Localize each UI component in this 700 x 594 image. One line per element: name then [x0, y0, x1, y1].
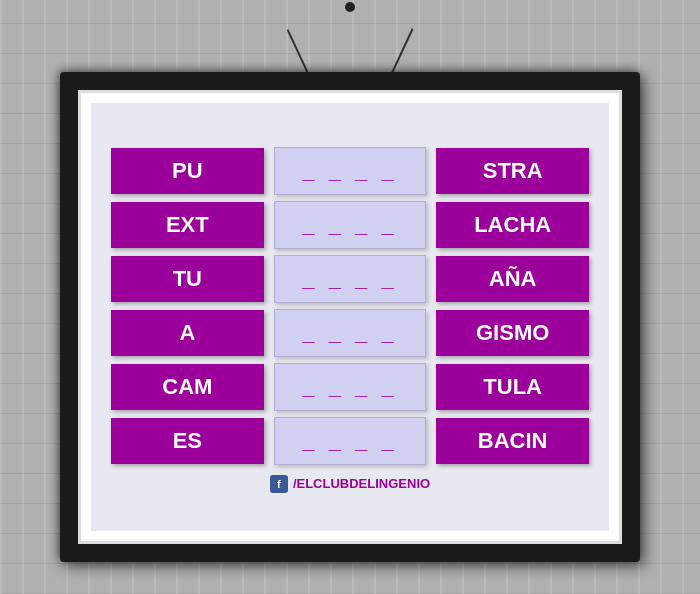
cell-blank-3[interactable]: _ _ _ _ [274, 255, 427, 303]
wire-container [250, 0, 450, 60]
cell-right-3: AÑA [436, 256, 589, 302]
puzzle-row-6: ES_ _ _ _BACIN [111, 417, 589, 465]
footer: f /ELCLUBDELINGENIO [270, 475, 430, 493]
facebook-icon: f [270, 475, 288, 493]
cell-left-5: CAM [111, 364, 264, 410]
puzzle-row-1: PU_ _ _ _STRA [111, 147, 589, 195]
cell-left-2: EXT [111, 202, 264, 248]
puzzle-row-4: A_ _ _ _GISMO [111, 309, 589, 357]
cell-left-3: TU [111, 256, 264, 302]
puzzle-row-2: EXT_ _ _ _LACHA [111, 201, 589, 249]
cell-right-6: BACIN [436, 418, 589, 464]
cell-right-4: GISMO [436, 310, 589, 356]
nail [345, 2, 355, 12]
cell-left-4: A [111, 310, 264, 356]
cell-blank-1[interactable]: _ _ _ _ [274, 147, 427, 195]
cell-blank-6[interactable]: _ _ _ _ [274, 417, 427, 465]
puzzle-row-3: TU_ _ _ _AÑA [111, 255, 589, 303]
frame-inner: PU_ _ _ _STRAEXT_ _ _ _LACHATU_ _ _ _AÑA… [78, 90, 622, 544]
cell-blank-5[interactable]: _ _ _ _ [274, 363, 427, 411]
frame-outer: PU_ _ _ _STRAEXT_ _ _ _LACHATU_ _ _ _AÑA… [60, 72, 640, 562]
cell-right-5: TULA [436, 364, 589, 410]
cell-left-6: ES [111, 418, 264, 464]
cell-blank-4[interactable]: _ _ _ _ [274, 309, 427, 357]
cell-blank-2[interactable]: _ _ _ _ [274, 201, 427, 249]
puzzle-board: PU_ _ _ _STRAEXT_ _ _ _LACHATU_ _ _ _AÑA… [91, 103, 609, 531]
puzzle-row-5: CAM_ _ _ _TULA [111, 363, 589, 411]
cell-right-2: LACHA [436, 202, 589, 248]
footer-text: /ELCLUBDELINGENIO [293, 476, 430, 491]
cell-right-1: STRA [436, 148, 589, 194]
cell-left-1: PU [111, 148, 264, 194]
